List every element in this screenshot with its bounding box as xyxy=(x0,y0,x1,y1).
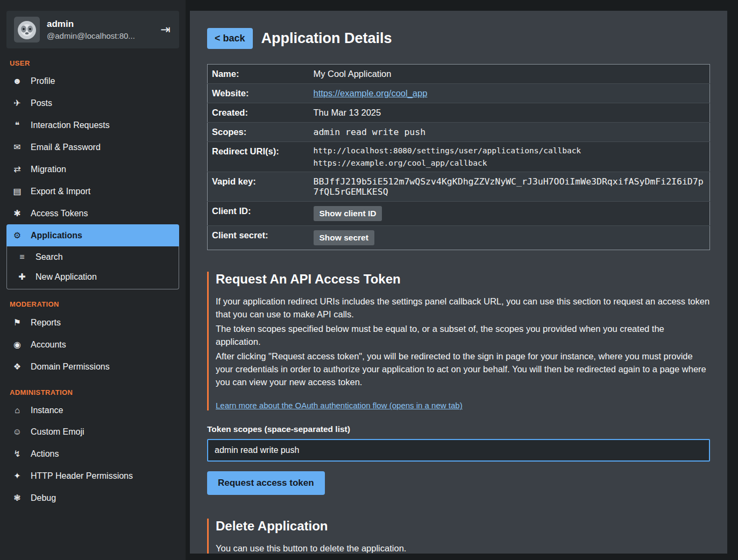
sidebar-item-custom-emoji[interactable]: ☺ Custom Emoji xyxy=(6,421,179,443)
detail-label: Name: xyxy=(208,65,308,84)
show-client-id-button[interactable]: Show client ID xyxy=(314,206,382,221)
sidebar-item-label: Domain Permissions xyxy=(31,362,110,372)
sidebar-item-label: Profile xyxy=(31,76,55,86)
request-token-paragraph: If your application redirect URIs includ… xyxy=(216,295,710,321)
sidebar-item-http-header-permissions[interactable]: ✦ HTTP Header Permissions xyxy=(6,465,179,487)
user-card[interactable]: admin @admin@localhost:80... ⇥ xyxy=(6,11,179,48)
sidebar: admin @admin@localhost:80... ⇥ USER ☻ Pr… xyxy=(0,0,186,560)
username: admin xyxy=(47,19,153,30)
detail-row-client-secret: Client secret: Show secret xyxy=(208,226,710,250)
plug-icon: ⚙ xyxy=(12,230,23,240)
asterisk-icon: ✱ xyxy=(12,208,23,218)
user-icon: ☻ xyxy=(12,76,23,86)
sidebar-item-label: Search xyxy=(36,252,63,262)
paper-plane-icon: ✈ xyxy=(12,98,23,108)
sidebar-item-access-tokens[interactable]: ✱ Access Tokens xyxy=(6,202,179,224)
sidebar-item-label: Posts xyxy=(31,98,52,108)
redirect-uri-1: http://localhost:8080/settings/user/appl… xyxy=(314,146,705,155)
sidebar-nav-user: ☻ Profile ✈ Posts ❝ Interaction Requests… xyxy=(0,70,186,289)
header-permissions-icon: ✦ xyxy=(12,471,23,481)
detail-row-vapid-key: Vapid key: BBJffJ219b5iE512m7wQSzv4KgKDh… xyxy=(208,172,710,202)
user-meta: admin @admin@localhost:80... xyxy=(47,19,153,40)
main-content: < back Application Details Name: My Cool… xyxy=(190,11,727,554)
sitemap-icon: ⌂ xyxy=(12,406,23,415)
share-nodes-icon: ❖ xyxy=(12,361,23,372)
delete-application-heading: Delete Application xyxy=(216,519,710,534)
sidebar-item-actions[interactable]: ↯ Actions xyxy=(6,443,179,465)
request-token-heading: Request An API Access Token xyxy=(216,272,710,287)
back-button[interactable]: < back xyxy=(207,28,253,49)
detail-row-client-id: Client ID: Show client ID xyxy=(208,202,710,226)
detail-label: Client ID: xyxy=(208,202,308,226)
redirect-uri-2: https://example.org/cool_app/callback xyxy=(314,159,705,167)
sidebar-item-instance[interactable]: ⌂ Instance xyxy=(6,400,179,421)
sidebar-item-accounts[interactable]: ◉ Accounts xyxy=(6,334,179,356)
flag-icon: ⚑ xyxy=(12,317,23,328)
applications-group: ⚙ Applications ≡ Search ✚ New Applicatio… xyxy=(0,224,186,289)
comment-icon: ❝ xyxy=(12,120,23,130)
application-details-table: Name: My Cool Application Website: https… xyxy=(207,64,710,250)
show-secret-button[interactable]: Show secret xyxy=(314,230,374,245)
sidebar-item-migration[interactable]: ⇄ Migration xyxy=(6,158,179,180)
detail-label: Redirect URI(s): xyxy=(208,142,308,172)
token-scopes-label: Token scopes (space-separated list) xyxy=(207,424,710,434)
detail-label: Created: xyxy=(208,103,308,123)
detail-row-redirect-uris: Redirect URI(s): http://localhost:8080/s… xyxy=(208,142,710,172)
detail-row-website: Website: https://example.org/cool_app xyxy=(208,84,710,103)
page-title: Application Details xyxy=(261,30,392,47)
sidebar-item-label: Interaction Requests xyxy=(31,120,110,130)
section-title-administration: ADMINISTRATION xyxy=(10,388,176,396)
sidebar-item-applications-search[interactable]: ≡ Search xyxy=(7,247,179,267)
sidebar-item-posts[interactable]: ✈ Posts xyxy=(6,92,179,114)
sidebar-item-label: Debug xyxy=(31,493,56,503)
floppy-disk-icon: ▤ xyxy=(12,186,23,196)
sidebar-item-applications[interactable]: ⚙ Applications xyxy=(6,224,179,246)
plus-icon: ✚ xyxy=(17,272,27,282)
sidebar-item-label: Applications xyxy=(31,231,82,240)
logout-icon[interactable]: ⇥ xyxy=(160,23,172,37)
sidebar-item-label: Custom Emoji xyxy=(31,427,84,437)
applications-submenu: ≡ Search ✚ New Application xyxy=(6,246,179,289)
sidebar-item-debug[interactable]: ❃ Debug xyxy=(6,487,179,509)
detail-row-scopes: Scopes: admin read write push xyxy=(208,123,710,142)
website-link[interactable]: https://example.org/cool_app xyxy=(314,88,428,98)
detail-row-created: Created: Thu Mar 13 2025 xyxy=(208,103,710,123)
sidebar-item-label: Migration xyxy=(31,165,66,174)
sidebar-item-export-import[interactable]: ▤ Export & Import xyxy=(6,180,179,202)
oauth-docs-link[interactable]: Learn more about the OAuth authenticatio… xyxy=(216,401,463,410)
detail-value: Thu Mar 13 2025 xyxy=(308,103,710,123)
sidebar-item-label: Actions xyxy=(31,449,59,459)
avatar xyxy=(14,17,40,42)
request-token-section: Request An API Access Token If your appl… xyxy=(207,272,710,410)
sidebar-item-label: Accounts xyxy=(31,340,66,350)
sidebar-item-domain-permissions[interactable]: ❖ Domain Permissions xyxy=(6,356,179,378)
bolt-icon: ↯ xyxy=(12,449,23,459)
token-scopes-input[interactable] xyxy=(207,439,710,462)
users-icon: ◉ xyxy=(12,339,23,350)
sidebar-item-label: New Application xyxy=(36,272,97,282)
request-access-token-button[interactable]: Request access token xyxy=(207,471,325,495)
sidebar-item-label: Access Tokens xyxy=(31,209,88,218)
sidebar-item-email-password[interactable]: ✉ Email & Password xyxy=(6,136,179,158)
page-header: < back Application Details xyxy=(207,28,710,49)
sidebar-item-new-application[interactable]: ✚ New Application xyxy=(7,267,179,287)
detail-label: Client secret: xyxy=(208,226,308,250)
sidebar-nav-administration: ⌂ Instance ☺ Custom Emoji ↯ Actions ✦ HT… xyxy=(0,400,186,509)
detail-value-scopes: admin read write push xyxy=(308,123,710,142)
smiley-icon: ☺ xyxy=(12,427,23,437)
delete-application-section: Delete Application You can use this butt… xyxy=(207,519,710,554)
sidebar-item-reports[interactable]: ⚑ Reports xyxy=(6,311,179,334)
detail-label: Website: xyxy=(208,84,308,103)
sidebar-nav-moderation: ⚑ Reports ◉ Accounts ❖ Domain Permission… xyxy=(0,311,186,378)
bug-icon: ❃ xyxy=(12,493,23,503)
sidebar-item-label: HTTP Header Permissions xyxy=(31,471,133,481)
sidebar-item-interaction-requests[interactable]: ❝ Interaction Requests xyxy=(6,114,179,136)
envelope-icon: ✉ xyxy=(12,142,23,152)
detail-row-name: Name: My Cool Application xyxy=(208,65,710,84)
sidebar-item-profile[interactable]: ☻ Profile xyxy=(6,70,179,92)
section-title-user: USER xyxy=(10,59,176,67)
sidebar-item-label: Reports xyxy=(31,318,61,328)
sidebar-item-label: Export & Import xyxy=(31,187,90,196)
detail-label: Vapid key: xyxy=(208,172,308,202)
user-handle: @admin@localhost:80... xyxy=(47,31,143,40)
